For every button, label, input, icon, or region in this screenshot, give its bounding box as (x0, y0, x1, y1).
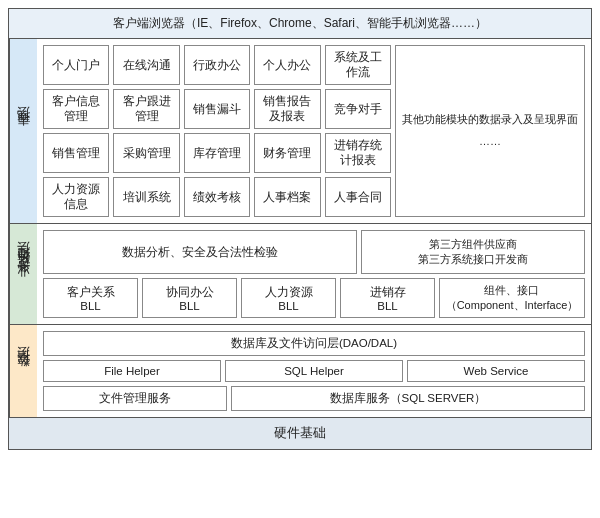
presentation-layer-content: 个人门户 在线沟通 行政办公 个人办公 系统及工作流 客户信息管理 客户跟进管理… (37, 39, 591, 223)
pres-row-1: 个人门户 在线沟通 行政办公 个人办公 系统及工作流 (43, 45, 391, 85)
cell-competitor: 竞争对手 (325, 89, 391, 129)
cell-sales-reports: 销售报告及报表 (254, 89, 320, 129)
cell-personal-portal: 个人门户 (43, 45, 109, 85)
sql-helper-cell: SQL Helper (225, 360, 403, 382)
business-layer-content: 数据分析、安全及合法性检验 第三方组件供应商 第三方系统接口开发商 客户关系 B… (37, 224, 591, 324)
biz-bll-hr: 人力资源 BLL (241, 278, 336, 318)
browser-bar-text: 客户端浏览器（IE、Firefox、Chrome、Safari、智能手机浏览器…… (113, 16, 487, 30)
services-row: 文件管理服务 数据库服务（SQL SERVER） (43, 386, 585, 411)
file-helper-cell: File Helper (43, 360, 221, 382)
cell-admin-office: 行政办公 (184, 45, 250, 85)
dao-row: 数据库及文件访问层(DAO/DAL) (43, 331, 585, 356)
cell-customer-info: 客户信息管理 (43, 89, 109, 129)
file-service-cell: 文件管理服务 (43, 386, 227, 411)
biz-bll-crm: 客户关系 BLL (43, 278, 138, 318)
cell-personnel-contract: 人事合同 (325, 177, 391, 217)
cell-sales-mgmt: 销售管理 (43, 133, 109, 173)
cell-system-workflow: 系统及工作流 (325, 45, 391, 85)
cell-personnel-file: 人事档案 (254, 177, 320, 217)
biz-data-analysis: 数据分析、安全及合法性检验 (43, 230, 357, 274)
biz-bll-row: 客户关系 BLL 协同办公 BLL 人力资源 BLL 进销存 BLL (43, 278, 585, 318)
web-service-cell: Web Service (407, 360, 585, 382)
cell-performance: 绩效考核 (184, 177, 250, 217)
pres-cells: 个人门户 在线沟通 行政办公 个人办公 系统及工作流 客户信息管理 客户跟进管理… (43, 45, 391, 217)
biz-component-interface: 组件、接口 （Component、Interface） (439, 278, 585, 318)
pres-side-cell: 其他功能模块的数据录入及呈现界面 …… (395, 45, 585, 217)
dao-dal-label: 数据库及文件访问层(DAO/DAL) (43, 331, 585, 356)
data-layer-label: 数据层 (9, 325, 37, 417)
cell-hr-info: 人力资源信息 (43, 177, 109, 217)
cell-finance-mgmt: 财务管理 (254, 133, 320, 173)
biz-bll-collab: 协同办公 BLL (142, 278, 237, 318)
presentation-layer-row: 表现层 个人门户 在线沟通 行政办公 个人办公 系统及工作流 (9, 39, 591, 224)
pres-row-2: 客户信息管理 客户跟进管理 销售漏斗 销售报告及报表 竞争对手 (43, 89, 391, 129)
cell-inventory-mgmt: 库存管理 (184, 133, 250, 173)
pres-main-row: 个人门户 在线沟通 行政办公 个人办公 系统及工作流 客户信息管理 客户跟进管理… (43, 45, 585, 217)
cell-online-comm: 在线沟通 (113, 45, 179, 85)
main-architecture-diagram: 客户端浏览器（IE、Firefox、Chrome、Safari、智能手机浏览器…… (8, 8, 592, 450)
browser-bar: 客户端浏览器（IE、Firefox、Chrome、Safari、智能手机浏览器…… (9, 9, 591, 39)
helpers-row: File Helper SQL Helper Web Service (43, 360, 585, 382)
cell-purchase-mgmt: 采购管理 (113, 133, 179, 173)
pres-row-3: 销售管理 采购管理 库存管理 财务管理 进销存统计报表 (43, 133, 391, 173)
cell-inventory-stats: 进销存统计报表 (325, 133, 391, 173)
business-layer-row: 业务逻辑处理层 数据分析、安全及合法性检验 第三方组件供应商 第三方系统接口开发… (9, 224, 591, 325)
presentation-layer-label: 表现层 (9, 39, 37, 223)
biz-third-party: 第三方组件供应商 第三方系统接口开发商 (361, 230, 585, 274)
data-layer-content: 数据库及文件访问层(DAO/DAL) File Helper SQL Helpe… (37, 325, 591, 417)
cell-sales-funnel: 销售漏斗 (184, 89, 250, 129)
cell-personal-office: 个人办公 (254, 45, 320, 85)
cell-customer-follow: 客户跟进管理 (113, 89, 179, 129)
cell-training: 培训系统 (113, 177, 179, 217)
db-service-cell: 数据库服务（SQL SERVER） (231, 386, 585, 411)
biz-top-row: 数据分析、安全及合法性检验 第三方组件供应商 第三方系统接口开发商 (43, 230, 585, 274)
layers-container: 表现层 个人门户 在线沟通 行政办公 个人办公 系统及工作流 (9, 39, 591, 417)
biz-bll-inventory: 进销存 BLL (340, 278, 435, 318)
hardware-bar: 硬件基础 (9, 417, 591, 449)
hardware-label: 硬件基础 (274, 426, 326, 440)
pres-row-4: 人力资源信息 培训系统 绩效考核 人事档案 人事合同 (43, 177, 391, 217)
data-layer-row: 数据层 数据库及文件访问层(DAO/DAL) File Helper SQL H… (9, 325, 591, 417)
business-layer-label: 业务逻辑处理层 (9, 224, 37, 324)
